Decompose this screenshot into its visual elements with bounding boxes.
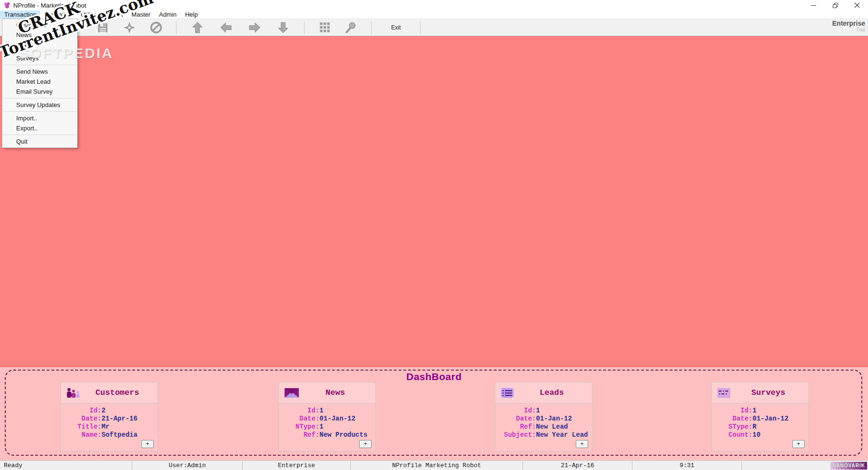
brand-logo: NANOVARIK — [830, 462, 867, 470]
customers-card-body: Id:2 Date:21-Apr-16 Title:Mr Name:Softpe… — [61, 403, 158, 439]
search-button[interactable] — [338, 20, 365, 35]
field-label: Title: — [61, 423, 101, 431]
field-value: 1 — [752, 407, 809, 415]
previous-record-button[interactable] — [212, 20, 240, 35]
save-icon — [97, 21, 109, 34]
leads-card-body: Id:1 Date:01-Jan-12 Ref:New Lead Subject… — [495, 403, 592, 439]
first-record-button[interactable] — [183, 20, 212, 35]
field-label: Count: — [712, 431, 752, 439]
card-title: Customers — [96, 388, 139, 397]
field-label: Ref: — [279, 431, 319, 439]
card-title: Leads — [540, 388, 564, 397]
star-button[interactable] — [116, 20, 143, 35]
edition-tier-label: Trial — [832, 27, 865, 32]
field-value: 01-Jan-12 — [319, 415, 375, 423]
menu-item-news[interactable]: News — [2, 30, 77, 40]
toolbar-separator — [304, 21, 305, 34]
menu-item-survey-updates[interactable]: Survey Updates — [2, 100, 77, 110]
field-value: New Products — [319, 431, 375, 439]
menu-item-email-survey[interactable]: Email Survey — [2, 87, 77, 97]
menu-master[interactable]: Master — [127, 10, 155, 19]
menu-utility[interactable]: Utility — [77, 10, 100, 19]
news-add-button[interactable]: + — [359, 440, 372, 448]
menu-separator — [3, 111, 76, 112]
field-label: Id: — [279, 407, 319, 415]
customers-add-button[interactable]: + — [141, 440, 154, 448]
window-title: NProfile - Marketing Robot — [13, 2, 86, 9]
field-value: Mr — [101, 423, 158, 431]
status-ready: Ready — [0, 461, 132, 470]
status-user: User:Admin — [132, 461, 242, 470]
transaction-dropdown-menu: Customers News Leads Surveys Send News M… — [2, 19, 78, 148]
surveys-add-button[interactable]: + — [792, 440, 805, 448]
field-label: Date: — [495, 415, 536, 423]
field-label: Subject: — [495, 431, 536, 439]
edition-label: Enterprise — [832, 20, 865, 27]
field-value: New Lead — [536, 423, 592, 431]
toolbar-separator — [176, 21, 177, 34]
status-date: 21-Apr-16 — [523, 461, 632, 470]
minimize-button[interactable] — [802, 0, 824, 10]
search-icon — [345, 21, 357, 34]
field-value: 01-Jan-12 — [752, 415, 809, 423]
leads-add-button[interactable]: + — [576, 440, 588, 448]
card-title: Surveys — [751, 388, 785, 397]
field-label: Date: — [61, 415, 101, 423]
cancel-icon — [150, 21, 162, 34]
field-value: 21-Apr-16 — [101, 415, 158, 423]
menu-item-import[interactable]: Import.. — [2, 113, 77, 123]
status-time: 9:31 — [632, 461, 741, 470]
menu-item-export[interactable]: Export.. — [2, 123, 77, 133]
toolbar-separator — [420, 21, 421, 34]
field-label: Id: — [495, 407, 536, 415]
minimize-icon — [811, 5, 816, 6]
edition-box: Enterprise Trial — [832, 20, 865, 32]
survey-icon — [717, 388, 730, 400]
field-value: New Year Lead — [536, 431, 592, 439]
grid-view-button[interactable] — [311, 20, 338, 35]
menu-bar: Transaction Operation Utility Report Mas… — [0, 10, 868, 19]
field-label: NType: — [279, 423, 319, 431]
field-label: Ref: — [495, 423, 536, 431]
main-canvas — [0, 36, 868, 367]
app-icon — [4, 2, 10, 9]
news-card: News Id:1 Date:01-Jan-12 NType:1 Ref:New… — [278, 382, 376, 451]
save-button[interactable] — [89, 20, 116, 35]
dashboard-panel: DashBoard Customers Id:2 Date:21-Apr-16 … — [0, 367, 868, 460]
field-label: Id: — [712, 407, 752, 415]
menu-item-customers[interactable]: Customers — [2, 20, 77, 30]
star-icon — [123, 21, 136, 34]
menu-item-quit[interactable]: Quit — [2, 137, 77, 147]
field-value: 10 — [752, 431, 809, 439]
window-controls — [802, 0, 868, 10]
menu-admin[interactable]: Admin — [155, 10, 181, 19]
surveys-card: Surveys Id:1 Date:01-Jan-12 SType:R Coun… — [711, 382, 809, 451]
surveys-card-body: Id:1 Date:01-Jan-12 SType:R Count:10 — [712, 403, 809, 439]
close-icon — [854, 2, 860, 8]
status-edition: Enterprise — [242, 461, 350, 470]
cancel-button[interactable] — [143, 20, 169, 35]
restore-button[interactable] — [824, 0, 846, 10]
arrow-up-icon — [191, 21, 204, 34]
title-bar: NProfile - Marketing Robot — [0, 0, 868, 10]
next-record-button[interactable] — [240, 20, 269, 35]
exit-button[interactable]: Exit — [378, 20, 414, 35]
menu-report[interactable]: Report — [100, 10, 127, 19]
dashboard-title: DashBoard — [0, 371, 868, 382]
menu-item-market-lead[interactable]: Market Lead — [2, 77, 77, 87]
menu-help[interactable]: Help — [181, 10, 202, 19]
field-value: 1 — [319, 423, 375, 431]
list-icon — [501, 388, 514, 400]
last-record-button[interactable] — [269, 20, 297, 35]
menu-transaction[interactable]: Transaction — [0, 10, 40, 19]
menu-operation[interactable]: Operation — [40, 10, 76, 19]
field-value: 1 — [319, 407, 375, 415]
news-card-body: Id:1 Date:01-Jan-12 NType:1 Ref:New Prod… — [279, 403, 375, 439]
field-label: Id: — [61, 407, 101, 415]
field-label: Name: — [61, 431, 101, 439]
field-value: 2 — [101, 407, 158, 415]
mail-icon — [284, 388, 299, 400]
toolbar: Exit Enterprise Trial — [0, 19, 868, 36]
menu-item-send-news[interactable]: Send News — [2, 67, 77, 77]
close-button[interactable] — [846, 0, 868, 10]
